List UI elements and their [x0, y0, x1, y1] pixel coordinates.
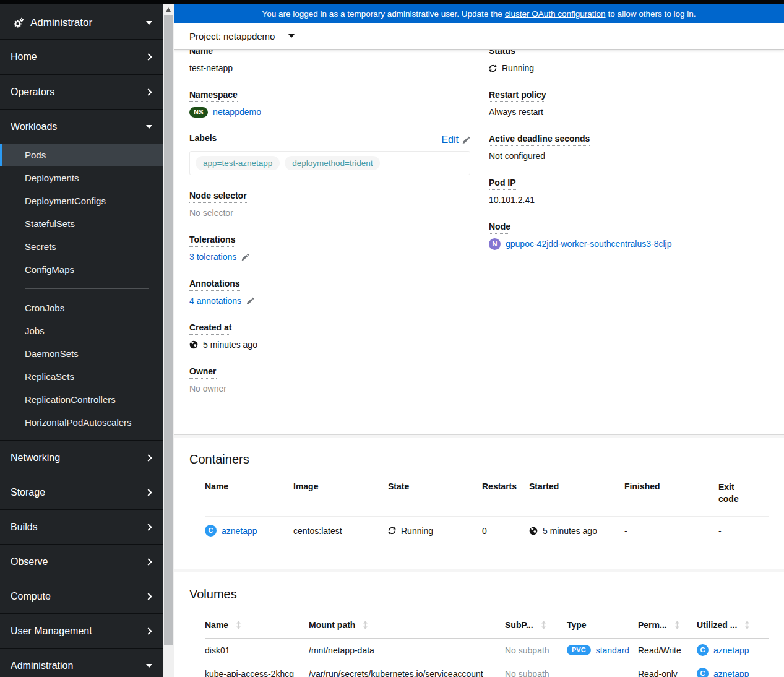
- nav-label: Compute: [11, 591, 146, 602]
- col-name-label: Name: [205, 620, 228, 630]
- sort-icon[interactable]: [541, 621, 546, 629]
- sidebar-item-deploymentconfigs[interactable]: DeploymentConfigs: [0, 189, 163, 212]
- col-utilized-label: Utilized ...: [697, 620, 737, 630]
- sidebar-item-horizontalpodautoscalers[interactable]: HorizontalPodAutoscalers: [0, 411, 163, 434]
- sidebar-item-storage[interactable]: Storage: [0, 475, 163, 509]
- namespace-link[interactable]: netappdemo: [213, 106, 261, 118]
- chevron-down-icon: [146, 664, 152, 668]
- annotations-link[interactable]: 4 annotations: [189, 295, 241, 307]
- vertical-scrollbar[interactable]: [163, 4, 174, 677]
- restart-policy-term: Restart policy: [489, 90, 546, 102]
- sidebar-item-jobs[interactable]: Jobs: [0, 319, 163, 342]
- label-pill[interactable]: deploymethod=trident: [285, 156, 380, 170]
- container-badge: C: [205, 525, 217, 537]
- workloads-submenu: Pods Deployments DeploymentConfigs State…: [0, 144, 163, 440]
- col-type-label: Type: [567, 620, 587, 630]
- login-banner: You are logged in as a temporary adminis…: [174, 4, 784, 23]
- pvc-link[interactable]: standard: [596, 645, 629, 655]
- pencil-icon[interactable]: [246, 297, 254, 305]
- sidebar-item-secrets[interactable]: Secrets: [0, 235, 163, 258]
- details-left-column: Name test-netapp Namespace NS netappdemo…: [189, 50, 489, 410]
- pod-ip-value: 10.101.2.41: [489, 194, 535, 206]
- chevron-down-icon: [288, 34, 295, 38]
- sidebar-item-builds[interactable]: Builds: [0, 509, 163, 544]
- container-exit-code: -: [718, 526, 769, 536]
- sidebar-item-operators[interactable]: Operators: [0, 74, 163, 109]
- containers-table-header: Name Image State Restarts Started Finish…: [205, 481, 769, 517]
- col-subpath[interactable]: SubP...: [505, 620, 567, 630]
- volume-row: kube-api-access-2khcg /var/run/secrets/k…: [205, 662, 769, 677]
- sidebar-item-replicationcontrollers[interactable]: ReplicationControllers: [0, 388, 163, 411]
- nav-label: Networking: [11, 452, 146, 464]
- detail-pod-ip: Pod IP 10.101.2.41: [489, 177, 769, 206]
- sidebar-item-workloads[interactable]: Workloads: [0, 109, 163, 144]
- nav-label: Home: [11, 51, 146, 63]
- node-selector-value: No selector: [189, 207, 233, 219]
- name-term: Name: [189, 50, 213, 58]
- cluster-oauth-configuration-link[interactable]: cluster OAuth configuration: [505, 9, 606, 19]
- section-divider: [174, 569, 784, 572]
- pencil-icon: [462, 136, 470, 144]
- container-link[interactable]: aznetapp: [222, 526, 257, 536]
- utilized-by-link[interactable]: aznetapp: [713, 669, 749, 677]
- container-started: 5 minutes ago: [543, 526, 597, 536]
- sidebar-item-statefulsets[interactable]: StatefulSets: [0, 212, 163, 235]
- sidebar-item-home[interactable]: Home: [0, 40, 163, 74]
- perspective-switcher[interactable]: Administrator: [0, 4, 163, 40]
- sidebar-item-user-management[interactable]: User Management: [0, 613, 163, 648]
- sidebar-item-cronjobs[interactable]: CronJobs: [0, 296, 163, 319]
- col-type[interactable]: Type: [567, 620, 638, 630]
- project-label: Project:: [189, 31, 221, 41]
- labels-term: Labels: [189, 133, 217, 145]
- pencil-icon[interactable]: [241, 253, 249, 261]
- restart-policy-value: Always restart: [489, 106, 543, 118]
- volume-row: disk01 /mnt/netapp-data No subpath PVC s…: [205, 639, 769, 662]
- container-badge: C: [697, 668, 709, 677]
- pod-name-value: test-netapp: [189, 62, 233, 74]
- sort-icon[interactable]: [363, 621, 368, 629]
- owner-value: No owner: [189, 382, 226, 395]
- sort-icon[interactable]: [674, 621, 680, 629]
- sidebar-item-daemonsets[interactable]: DaemonSets: [0, 342, 163, 365]
- sidebar-item-replicasets[interactable]: ReplicaSets: [0, 365, 163, 388]
- col-name[interactable]: Name: [205, 620, 309, 630]
- col-utilized[interactable]: Utilized ...: [697, 620, 769, 630]
- project-selector[interactable]: Project: netappdemo: [174, 23, 784, 50]
- detail-labels: Labels Edit app=test-aznetapp deploymeth…: [189, 133, 489, 175]
- sort-icon[interactable]: [744, 621, 750, 629]
- col-permissions[interactable]: Perm...: [638, 620, 697, 630]
- section-divider: [174, 434, 784, 438]
- detail-annotations: Annotations 4 annotations: [189, 278, 489, 307]
- edit-labels-button[interactable]: Edit: [441, 134, 470, 145]
- tolerations-term: Tolerations: [189, 235, 235, 247]
- gears-icon: [12, 17, 24, 29]
- sidebar-item-deployments[interactable]: Deployments: [0, 166, 163, 189]
- sidebar-item-administration[interactable]: Administration: [0, 648, 163, 677]
- detail-name: Name test-netapp: [189, 50, 489, 74]
- sort-icon[interactable]: [236, 621, 241, 629]
- scroll-up-arrow[interactable]: [166, 7, 171, 12]
- sidebar-item-compute[interactable]: Compute: [0, 579, 163, 613]
- node-link[interactable]: gpupoc-42jdd-worker-southcentralus3-8clj…: [506, 238, 671, 250]
- sidebar-item-pods[interactable]: Pods: [0, 144, 163, 166]
- created-at-value: 5 minutes ago: [203, 338, 257, 351]
- utilized-by-link[interactable]: aznetapp: [713, 645, 749, 655]
- col-mount-path-label: Mount path: [309, 620, 355, 630]
- col-restarts: Restarts: [482, 481, 529, 505]
- col-mount-path[interactable]: Mount path: [309, 620, 505, 630]
- col-finished: Finished: [624, 481, 718, 505]
- sidebar-menu: Home Operators Workloads Pods Deployment…: [0, 40, 163, 677]
- sidebar-item-observe[interactable]: Observe: [0, 544, 163, 579]
- banner-text-after: to allow others to log in.: [608, 9, 696, 19]
- sidebar-item-networking[interactable]: Networking: [0, 440, 163, 475]
- status-term: Status: [489, 50, 515, 58]
- label-pill[interactable]: app=test-aznetapp: [196, 156, 280, 170]
- node-selector-term: Node selector: [189, 191, 247, 203]
- volumes-section: Volumes Name Mount path SubP...: [174, 587, 784, 677]
- sidebar-item-configmaps[interactable]: ConfigMaps: [0, 258, 163, 281]
- containers-table: Name Image State Restarts Started Finish…: [205, 481, 769, 545]
- globe-icon: [529, 527, 538, 535]
- col-name: Name: [205, 481, 293, 505]
- scrollbar-thumb[interactable]: [164, 15, 173, 645]
- tolerations-link[interactable]: 3 tolerations: [189, 251, 236, 263]
